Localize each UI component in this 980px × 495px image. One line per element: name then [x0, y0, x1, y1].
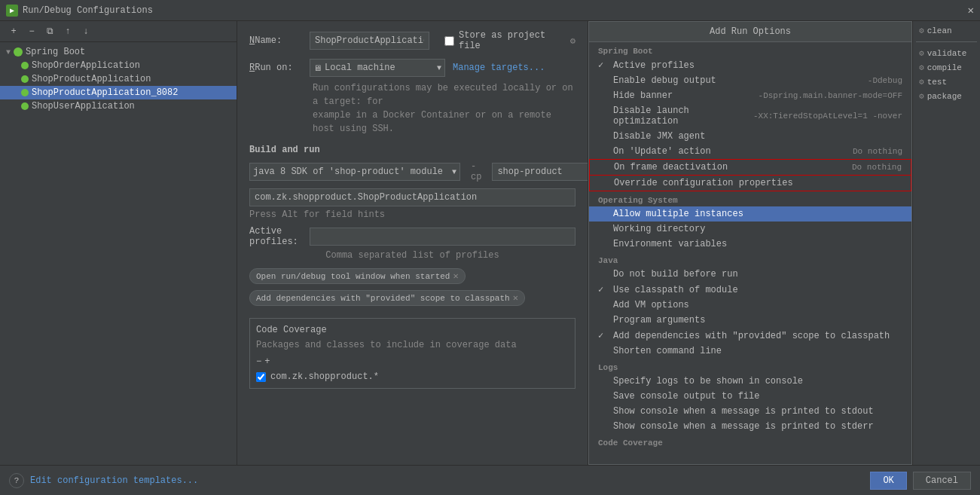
sidebar-tree: ▼ Spring Boot ShopOrderApplication ShopP… — [0, 42, 237, 465]
far-right-package-label: package — [927, 92, 962, 101]
far-right-validate[interactable]: ⚙ validate — [916, 47, 977, 60]
option-save-console-output[interactable]: Save console output to file — [589, 389, 911, 404]
option-add-deps-provided[interactable]: ✓ Add dependencies with "provided" scope… — [589, 328, 911, 344]
option-add-vm[interactable]: Add VM options — [589, 298, 911, 313]
option-disable-launch[interactable]: Disable launch optimization -XX:TieredSt… — [589, 103, 911, 129]
option-show-console-stdout[interactable]: Show console when a message is printed t… — [589, 404, 911, 419]
section-operating-system: Operating System — [589, 191, 911, 206]
far-right-validate-label: validate — [927, 49, 967, 58]
option-show-console-stderr[interactable]: Show console when a message is printed t… — [589, 419, 911, 434]
info-text: Run configurations may be executed local… — [313, 81, 575, 136]
cancel-button[interactable]: Cancel — [913, 472, 971, 490]
sidebar-item-shoporder[interactable]: ShopOrderApplication — [0, 59, 237, 72]
main-class-input[interactable] — [249, 188, 575, 206]
spring-boot-label: Spring Boot — [26, 47, 85, 57]
option-use-classpath[interactable]: ✓ Use classpath of module — [589, 282, 911, 298]
profiles-row: Active profiles: — [249, 226, 575, 247]
option-override-config-text: Override configuration properties — [614, 178, 902, 188]
far-right-clean[interactable]: ⚙ clean — [916, 24, 977, 37]
gear-test-icon: ⚙ — [919, 77, 924, 87]
option-working-dir[interactable]: Working directory — [589, 222, 911, 237]
option-no-build-text: Do not build before run — [613, 269, 902, 280]
edit-templates-link[interactable]: Edit configuration templates... — [30, 475, 198, 486]
option-hide-banner-suffix: -Dspring.main.banner-mode=OFF — [759, 91, 902, 100]
coverage-minus-btn[interactable]: − — [256, 356, 261, 367]
add-config-button[interactable]: + — [6, 24, 21, 39]
option-show-console-stderr-text: Show console when a message is printed t… — [613, 421, 902, 432]
option-disable-jmx[interactable]: Disable JMX agent — [589, 129, 911, 144]
option-add-deps-provided-text: Add dependencies with "provided" scope t… — [613, 331, 902, 341]
chip-1-close[interactable]: ✕ — [453, 270, 458, 282]
option-env-vars[interactable]: Environment variables — [589, 237, 911, 252]
close-button[interactable]: ✕ — [968, 4, 974, 17]
option-override-config[interactable]: Override configuration properties — [589, 175, 911, 191]
section-spring-boot: Spring Boot — [589, 42, 911, 57]
option-no-build[interactable]: Do not build before run — [589, 267, 911, 282]
spring-boot-group[interactable]: ▼ Spring Boot — [0, 45, 237, 59]
alt-hint: Press Alt for field hints — [249, 209, 575, 220]
option-allow-multiple[interactable]: Allow multiple instances — [589, 206, 911, 222]
far-right-clean-label: clean — [927, 26, 952, 35]
option-program-args[interactable]: Program arguments — [589, 313, 911, 328]
build-run-title: Build and run — [249, 145, 575, 155]
option-add-vm-text: Add VM options — [613, 300, 902, 310]
name-label: NName: — [249, 35, 310, 46]
option-show-console-stdout-text: Show console when a message is printed t… — [613, 406, 902, 417]
move-down-button[interactable]: ↓ — [78, 24, 93, 39]
option-on-frame-deact[interactable]: On frame deactivation Do nothing — [589, 159, 911, 176]
option-shorten-cmd[interactable]: Shorten command line — [589, 344, 911, 359]
option-on-update[interactable]: On 'Update' action Do nothing — [589, 144, 911, 159]
profiles-input[interactable] — [310, 228, 575, 246]
far-right-compile-label: compile — [927, 63, 962, 72]
sidebar-item-shopproduct[interactable]: ShopProductApplication — [0, 72, 237, 86]
name-input[interactable] — [310, 32, 429, 50]
title-bar: ▶ Run/Debug Configurations ✕ — [0, 0, 980, 21]
remove-config-button[interactable]: − — [24, 24, 39, 39]
store-checkbox-container: Store as project file ⚙ — [444, 30, 575, 51]
check-add-deps-provided: ✓ — [598, 330, 609, 341]
coverage-title: Code Coverage — [256, 325, 569, 335]
config-icon-shopproduct8082 — [21, 89, 29, 96]
run-on-dropdown[interactable]: 🖥 Local machine ▼ — [310, 59, 445, 77]
spring-boot-icon — [14, 47, 23, 57]
coverage-plus-btn[interactable]: + — [264, 356, 270, 367]
sidebar: + − ⧉ ↑ ↓ ▼ Spring Boot ShopOrderApplica… — [0, 21, 237, 465]
chip-2-label: Add dependencies with "provided" scope t… — [256, 294, 510, 303]
title-bar-text: Run/Debug Configurations — [23, 5, 153, 16]
move-up-button[interactable]: ↑ — [60, 24, 75, 39]
cp-input[interactable] — [492, 163, 588, 181]
run-on-row: RRun on: 🖥 Local machine ▼ Manage target… — [249, 59, 575, 77]
sidebar-item-shopproduct8082-label: ShopProductApplication_8082 — [32, 87, 178, 98]
gear-clean-icon: ⚙ — [919, 26, 924, 35]
option-on-frame-deact-text: On frame deactivation — [614, 162, 844, 173]
section-java: Java — [589, 252, 911, 267]
copy-config-button[interactable]: ⧉ — [42, 24, 57, 39]
run-options-panel: Add Run Options Spring Boot ✓ Active pro… — [588, 21, 912, 465]
option-save-console-output-text: Save console output to file — [613, 391, 902, 402]
option-enable-debug-text: Enable debug output — [613, 75, 860, 86]
divider-1 — [916, 41, 977, 42]
store-checkbox[interactable] — [444, 36, 454, 46]
gear-validate-icon: ⚙ — [919, 48, 924, 58]
app-icon: ▶ — [6, 5, 18, 17]
far-right-compile[interactable]: ⚙ compile — [916, 61, 977, 74]
option-env-vars-text: Environment variables — [613, 239, 902, 249]
far-right-package[interactable]: ⚙ package — [916, 90, 977, 102]
sidebar-item-shopuser[interactable]: ShopUserApplication — [0, 99, 237, 113]
help-button[interactable]: ? — [9, 473, 24, 488]
option-hide-banner[interactable]: Hide banner -Dspring.main.banner-mode=OF… — [589, 88, 911, 103]
manage-targets-link[interactable]: Manage targets... — [453, 63, 545, 73]
coverage-item-checkbox[interactable] — [256, 372, 266, 382]
sidebar-item-shopproduct8082[interactable]: ShopProductApplication_8082 — [0, 86, 237, 99]
far-right-test[interactable]: ⚙ test — [916, 75, 977, 88]
ok-button[interactable]: OK — [870, 472, 906, 490]
option-disable-launch-suffix: -XX:TieredStopAtLevel=1 -nover — [753, 112, 902, 121]
option-logs-in-console[interactable]: Specify logs to be shown in console — [589, 374, 911, 389]
run-on-label: RRun on: — [249, 63, 310, 73]
sdk-dropdown[interactable]: java 8 SDK of 'shop-product' module ▼ — [249, 163, 460, 181]
chip-2-close[interactable]: ✕ — [513, 292, 518, 304]
sidebar-item-shopuser-label: ShopUserApplication — [32, 101, 135, 112]
chip-open-run-debug: Open run/debug tool window when started … — [249, 268, 466, 284]
option-enable-debug[interactable]: Enable debug output -Ddebug — [589, 73, 911, 88]
option-active-profiles[interactable]: ✓ Active profiles — [589, 57, 911, 73]
